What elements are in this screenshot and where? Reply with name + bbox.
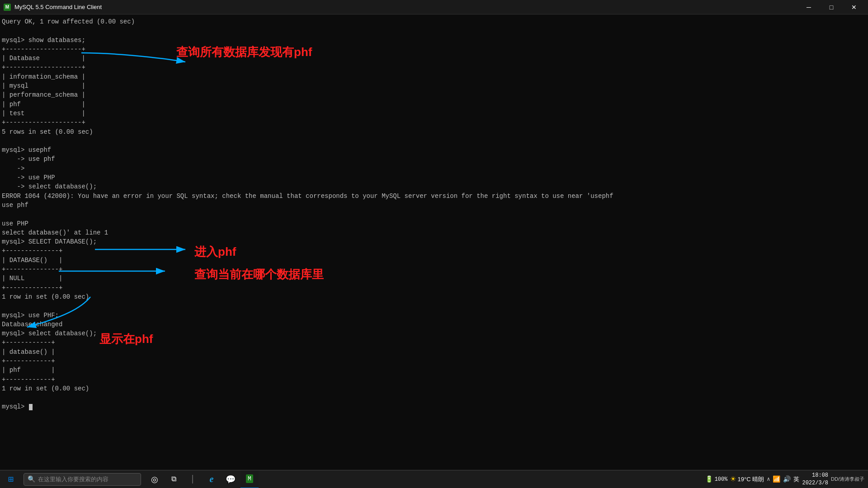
weather-icon: ☀	[730, 474, 736, 485]
ie-icon[interactable]: e	[203, 470, 221, 488]
sep9: +------------+	[2, 376, 55, 383]
battery-icon: 🔋	[705, 475, 713, 483]
phf-val: | phf |	[2, 366, 55, 374]
use-PHP-text: use PHP	[2, 220, 28, 227]
start-button[interactable]: ⊞	[0, 470, 22, 488]
sep8: +------------+	[2, 357, 55, 365]
window-controls: ─ □ ✕	[798, 0, 864, 14]
windows-icon: ⊞	[8, 474, 14, 485]
sep1: +--------------------+	[2, 46, 85, 53]
blank4	[2, 302, 5, 310]
battery-section: 🔋 100%	[705, 475, 728, 483]
db-func-header: | database() |	[2, 348, 55, 356]
close-button[interactable]: ✕	[844, 0, 864, 14]
terminal-content: Query OK, 1 row affected (0.00 sec) mysq…	[2, 17, 866, 412]
wechat-icon[interactable]: 💬	[222, 470, 240, 488]
error-line: ERROR 1064 (42000): You have an error in…	[2, 192, 613, 200]
blank3	[2, 211, 5, 218]
rows1: 5 rows in set (0.00 sec)	[2, 128, 93, 136]
task-view-icon[interactable]: ⧉	[165, 470, 183, 488]
language-indicator[interactable]: 英	[793, 475, 799, 483]
col-header: | Database |	[2, 55, 85, 62]
window-title: MySQL 5.5 Command Line Client	[14, 4, 102, 10]
weather-section: ☀ 19°C 晴朗	[730, 474, 764, 485]
wifi-icon: 📶	[773, 475, 780, 483]
time-date-block[interactable]: 18:08 2022/3/8	[802, 472, 828, 487]
arrow-select-db: -> select database();	[2, 183, 97, 190]
sep7: +------------+	[2, 339, 55, 346]
date-display: 2022/3/8	[802, 479, 828, 487]
sep5: +--------------+	[2, 266, 62, 273]
rows3: 1 row in set (0.00 sec)	[2, 385, 89, 392]
mysql-icon[interactable]: M	[241, 470, 259, 488]
select-db-at-line: select database()' at line 1	[2, 229, 108, 236]
separator-icon: |	[184, 470, 202, 488]
search-placeholder-text: 在这里输入你要搜索的内容	[38, 475, 108, 483]
use-phf-text: use phf	[2, 202, 28, 209]
line-show-databases: mysql> show databases;	[2, 37, 85, 44]
titlebar-left: M MySQL 5.5 Command Line Client	[4, 4, 102, 11]
arrow-blank: ->	[2, 165, 24, 172]
temperature-text: 19°C 晴朗	[738, 475, 764, 483]
taskbar-system-icons: ◎ ⧉ | e 💬 M	[146, 470, 259, 488]
line-blank1	[2, 27, 5, 34]
select-db-cmd2: mysql> select database();	[2, 330, 97, 337]
maximize-button[interactable]: □	[821, 0, 842, 14]
blank5	[2, 394, 5, 401]
db-row4: | phf |	[2, 101, 85, 108]
db-header: | DATABASE() |	[2, 257, 62, 264]
db-row2: | mysql |	[2, 82, 85, 89]
terminal-window[interactable]: Query OK, 1 row affected (0.00 sec) mysq…	[0, 14, 868, 470]
sep6: +--------------+	[2, 284, 62, 291]
rows2: 1 row in set (0.00 sec)	[2, 293, 89, 300]
blank2	[2, 137, 5, 145]
taskbar-search-box[interactable]: 🔍 在这里输入你要搜索的内容	[24, 473, 141, 486]
volume-icon[interactable]: 🔊	[783, 475, 791, 483]
sep2: +--------------------+	[2, 64, 85, 71]
usephf-cmd: mysql> usephf	[2, 146, 51, 154]
db-row3: | performance_schema |	[2, 91, 85, 99]
sep3: +--------------------+	[2, 119, 85, 126]
taskbar-right: 🔋 100% ☀ 19°C 晴朗 ∧ 📶 🔊 英 18:08 2022/3/8 …	[705, 472, 868, 487]
db-changed: Database changed	[2, 321, 62, 328]
cursor	[29, 404, 33, 410]
titlebar: M MySQL 5.5 Command Line Client ─ □ ✕	[0, 0, 868, 14]
use-PHF-cmd: mysql> use PHF;	[2, 312, 59, 319]
arrow-use-phf: -> use phf	[2, 155, 55, 163]
user-display: DD/涛涛李叔子	[831, 476, 864, 483]
tray-up-icon[interactable]: ∧	[767, 476, 770, 483]
battery-level: 100%	[715, 476, 728, 483]
sep4: +--------------+	[2, 247, 62, 254]
db-row1: | information_schema |	[2, 73, 85, 80]
prompt-end: mysql>	[2, 403, 28, 410]
taskbar: ⊞ 🔍 在这里输入你要搜索的内容 ◎ ⧉ | e 💬 M 🔋	[0, 470, 868, 488]
null-val: | NULL |	[2, 275, 62, 282]
db-row5: | test |	[2, 110, 85, 117]
cortana-icon[interactable]: ◎	[146, 470, 164, 488]
search-icon: 🔍	[28, 475, 35, 483]
minimize-button[interactable]: ─	[798, 0, 819, 14]
arrow-use-PHP: -> use PHP	[2, 174, 55, 181]
line-query-ok: Query OK, 1 row affected (0.00 sec)	[2, 18, 135, 25]
select-database-cmd: mysql> SELECT DATABASE();	[2, 238, 97, 245]
app-icon: M	[4, 4, 11, 11]
time-display: 18:08	[812, 472, 828, 479]
